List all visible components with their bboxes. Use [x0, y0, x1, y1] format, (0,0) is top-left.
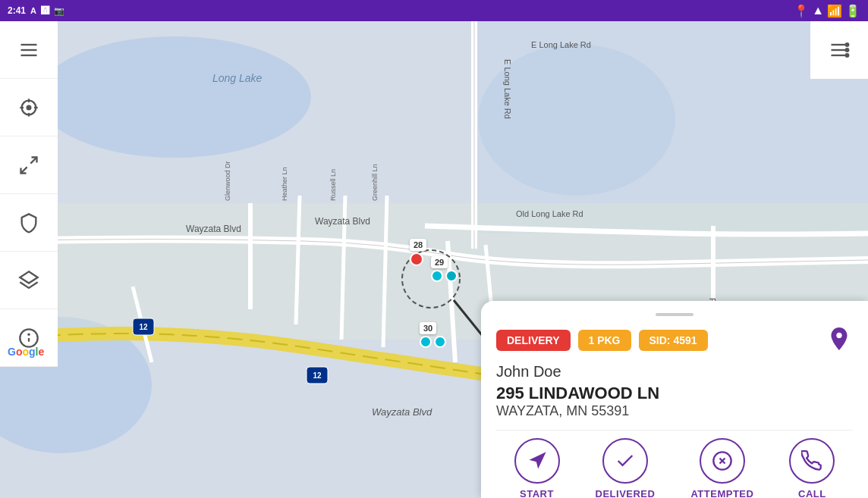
info-button[interactable]	[0, 309, 58, 367]
svg-text:Wayzata Blvd: Wayzata Blvd	[372, 406, 432, 418]
customer-name: John Doe	[496, 363, 853, 381]
svg-line-32	[30, 157, 36, 163]
svg-marker-44	[529, 452, 546, 468]
badge-pkg: 1 PKG	[578, 330, 631, 351]
customer-address: 295 LINDAWOOD LN WAYZATA, MN 55391	[496, 384, 853, 419]
drag-handle	[656, 313, 693, 316]
card-header: DELIVERY 1 PKG SID: 4591	[496, 325, 853, 355]
svg-text:E Long Lake Rd: E Long Lake Rd	[531, 40, 591, 49]
svg-point-42	[846, 49, 849, 52]
address-line2: WAYZATA, MN 55391	[496, 403, 629, 418]
check-icon	[615, 450, 636, 471]
svg-rect-4	[478, 21, 868, 233]
marker-29-dot1	[431, 270, 443, 282]
svg-text:Wayzata Blvd: Wayzata Blvd	[186, 224, 241, 234]
locate-button[interactable]	[0, 79, 58, 136]
badge-delivery: DELIVERY	[496, 330, 571, 351]
svg-text:Glenwood Dr: Glenwood Dr	[224, 161, 231, 201]
status-bar: 2:41 A 🅰 📷 📍 ▲ 📶 🔋	[0, 0, 868, 21]
expand-button[interactable]	[0, 136, 58, 194]
svg-text:E Long Lake Rd: E Long Lake Rd	[503, 59, 512, 119]
svg-text:Long Lake: Long Lake	[212, 72, 263, 84]
svg-point-1	[38, 36, 311, 158]
attempted-circle	[700, 438, 745, 484]
svg-text:Old Long Lake Rd: Old Long Lake Rd	[516, 209, 583, 218]
status-time: 2:41	[8, 5, 26, 16]
status-icon-a1: A	[30, 6, 36, 15]
svg-text:Wayzata Blvd: Wayzata Blvd	[315, 216, 370, 227]
navigation-icon	[527, 450, 548, 471]
status-icon-a2: 🅰	[41, 6, 49, 15]
svg-text:12: 12	[139, 323, 148, 331]
location-pin-button[interactable]	[826, 325, 853, 355]
marker-30[interactable]: 30	[420, 336, 446, 348]
marker-30-label: 30	[420, 322, 436, 334]
start-circle	[514, 438, 560, 484]
marker-29-dot2	[445, 270, 458, 282]
top-right-menu-button[interactable]	[810, 21, 868, 79]
google-logo: Google	[8, 346, 44, 358]
svg-text:Heather Ln: Heather Ln	[281, 167, 288, 201]
marker-28-dot	[410, 252, 423, 266]
battery-icon: 🔋	[845, 4, 860, 18]
menu-icon	[18, 39, 39, 61]
location-icon: 📍	[794, 4, 809, 18]
marker-29[interactable]: 29	[431, 270, 458, 282]
x-circle-icon	[712, 450, 733, 471]
status-icon-sd: 📷	[54, 6, 64, 16]
wifi-icon: ▲	[812, 4, 824, 17]
layers-button[interactable]	[0, 252, 58, 309]
svg-point-41	[846, 43, 849, 46]
call-circle	[789, 438, 835, 484]
shield-icon	[18, 212, 39, 233]
marker-29-label: 29	[431, 256, 448, 268]
badge-sid: SID: 4591	[639, 330, 708, 351]
layers-icon	[18, 270, 39, 291]
delivered-button[interactable]: DELIVERED	[596, 438, 656, 498]
svg-line-33	[21, 167, 27, 173]
delivery-card: DELIVERY 1 PKG SID: 4591 John Doe 295 LI…	[481, 301, 868, 498]
attempted-button[interactable]: ATTEMPTED	[690, 438, 753, 498]
attempted-label: ATTEMPTED	[690, 488, 753, 498]
shield-button[interactable]	[0, 194, 58, 252]
phone-icon	[801, 450, 822, 471]
svg-marker-34	[20, 271, 37, 283]
svg-text:Russell Ln: Russell Ln	[329, 169, 337, 201]
call-button[interactable]: CALL	[789, 438, 835, 498]
delivered-circle	[602, 438, 648, 484]
marker-30-dot2	[434, 336, 446, 348]
list-icon	[829, 39, 850, 61]
call-label: CALL	[798, 488, 826, 498]
marker-28-label: 28	[410, 239, 426, 251]
marker-30-dot1	[420, 336, 432, 348]
delivered-label: DELIVERED	[596, 488, 656, 498]
signal-icon: 📶	[827, 4, 842, 18]
svg-text:12: 12	[313, 371, 322, 380]
action-buttons: START DELIVERED ATTEMPTED	[496, 430, 853, 498]
menu-button[interactable]	[0, 21, 58, 79]
expand-icon	[18, 155, 39, 176]
marker-28[interactable]: 28	[410, 252, 423, 266]
locate-icon	[18, 97, 39, 118]
start-label: START	[520, 488, 554, 498]
svg-point-43	[846, 54, 849, 57]
svg-text:Greenhill Ln: Greenhill Ln	[371, 164, 379, 201]
address-line1: 295 LINDAWOOD LN	[496, 384, 659, 402]
left-toolbar	[0, 21, 58, 367]
svg-point-27	[27, 105, 31, 109]
start-button[interactable]: START	[514, 438, 560, 498]
